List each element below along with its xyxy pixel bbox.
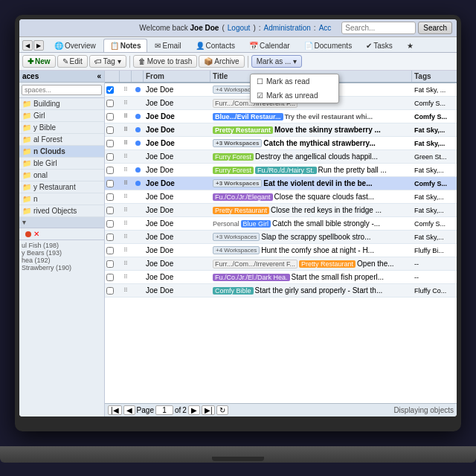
row-checkbox[interactable] <box>105 273 120 282</box>
row-checkbox[interactable] <box>105 246 120 255</box>
row-checkbox[interactable] <box>105 193 120 202</box>
drag-handle[interactable]: ⠿ <box>120 193 132 200</box>
table-row[interactable]: ⠿Joe Doe+3 WorkspacesCatch the mythical … <box>105 137 457 150</box>
title-cell[interactable]: +3 WorkspacesEat the violent devil in th… <box>210 178 412 188</box>
row-checkbox[interactable] <box>105 219 120 228</box>
row-checkbox[interactable] <box>105 233 120 242</box>
table-row[interactable]: ⠿Joe DoePretty RestaurantClose the red k… <box>105 204 457 217</box>
drag-handle[interactable]: ⠿ <box>120 140 132 147</box>
title-cell[interactable]: Pretty RestaurantClose the red keys in t… <box>210 205 412 215</box>
drag-handle[interactable]: ⠿ <box>120 207 132 213</box>
table-row[interactable]: ⠿Joe DoeFurr.../Com.../Irreverent F...Pr… <box>105 257 457 271</box>
sidebar-item-n[interactable]: 📁 n <box>19 193 104 205</box>
sidebar-item-forest[interactable]: 📁 al Forest <box>19 134 104 146</box>
row-checkbox[interactable] <box>105 179 120 188</box>
title-cell[interactable]: +3 WorkspacesCatch the mythical strawber… <box>210 138 412 148</box>
title-cell[interactable]: +3 WorkspacesSlap the scrappy spellbook … <box>210 232 412 242</box>
table-row[interactable]: ⠿Joe DoeFu./Co./Jr./ElegantClose the squ… <box>105 190 457 204</box>
row-checkbox[interactable] <box>105 152 120 161</box>
sidebar-tag-red[interactable]: ✕ <box>19 228 104 239</box>
sidebar-item-blegirl[interactable]: 📁 ble Girl <box>19 158 104 170</box>
logout-link[interactable]: Logout <box>228 24 251 32</box>
drag-handle[interactable]: ⠿ <box>120 167 132 173</box>
table-row[interactable]: ⠿Joe Doe+4 WorkspacesHunt the comfy shoe… <box>105 244 457 257</box>
sidebar-item-girl[interactable]: 📁 Girl <box>19 110 104 122</box>
title-cell[interactable]: Fu./Co./Jr./El./Dark Hea.Start the small… <box>210 272 412 282</box>
nav-back-button[interactable]: ◀ <box>22 40 33 51</box>
search-button[interactable]: Search <box>418 22 452 34</box>
row-checkbox[interactable] <box>105 86 120 94</box>
table-row[interactable]: ⠿Joe DoeFurry ForestFu./Ro./d./Hairy St.… <box>105 164 457 177</box>
table-row[interactable]: ⠿Joe DoePretty RestaurantMove the skinny… <box>105 123 457 137</box>
row-checkbox[interactable] <box>105 112 120 121</box>
drag-handle[interactable]: ⠿ <box>120 247 132 254</box>
tab-overview[interactable]: 🌐 Overview <box>48 39 103 52</box>
mark-as-button[interactable]: Mark as ... ▾ <box>251 55 302 68</box>
trash-button[interactable]: 🗑 Move to trash <box>133 55 198 68</box>
drag-handle[interactable]: ⠿ <box>120 260 132 267</box>
mark-read-item[interactable]: ☐ Mark as read <box>251 74 338 89</box>
sidebar-item-onal[interactable]: 📁 onal <box>19 170 104 181</box>
page-last-button[interactable]: ▶| <box>202 405 216 415</box>
tag-button[interactable]: 🏷 Tag ▾ <box>89 55 126 68</box>
title-cell[interactable]: Furry ForestFu./Ro./d./Hairy St.Run the … <box>210 165 412 175</box>
title-cell[interactable]: Furry ForestDestroy the angellical cloud… <box>210 152 412 161</box>
archive-button[interactable]: 📦 Archive <box>199 55 244 68</box>
table-row[interactable]: ⠿Joe DoeComfy BibleStart the girly sand … <box>105 284 457 298</box>
drag-handle[interactable]: ⠿ <box>120 220 132 227</box>
row-checkbox[interactable] <box>105 126 120 135</box>
title-cell[interactable]: Fu./Co./Jr./ElegantClose the square clou… <box>210 192 412 202</box>
title-cell[interactable]: Pretty RestaurantMove the skinny strawbe… <box>210 125 412 135</box>
tab-documents[interactable]: 📄 Documents <box>298 39 359 52</box>
table-row[interactable]: ⠿Joe Doe+3 WorkspacesSlap the scrappy sp… <box>105 231 457 244</box>
table-row[interactable]: ⠿Joe DoePersonalBlue GirlCatch the small… <box>105 217 457 231</box>
drag-handle[interactable]: ⠿ <box>120 274 132 280</box>
row-checkbox[interactable] <box>105 286 120 295</box>
tab-star[interactable]: ★ <box>400 39 420 52</box>
page-prev-button[interactable]: ◀ <box>123 405 135 415</box>
drag-handle[interactable]: ⠿ <box>120 100 132 106</box>
table-row[interactable]: ⠿Joe DoeFurry ForestDestroy the angellic… <box>105 150 457 164</box>
sidebar-item-bible[interactable]: 📁 y Bible <box>19 122 104 134</box>
title-cell[interactable]: +4 WorkspacesHunt the comfy shoe at nigh… <box>210 245 412 255</box>
drag-handle[interactable]: ⠿ <box>120 180 132 187</box>
page-refresh-button[interactable]: ↻ <box>216 405 228 415</box>
tab-contacts[interactable]: 👤 Contacts <box>189 39 242 52</box>
drag-handle[interactable]: ⠿ <box>120 126 132 133</box>
mark-unread-item[interactable]: ☑ Mark as unread <box>251 89 338 103</box>
sidebar-collapse-icon[interactable]: « <box>97 72 101 80</box>
drag-handle[interactable]: ⠿ <box>120 153 132 160</box>
table-row[interactable]: ⠿Joe DoeBlue.../Evil Restaur...Try the e… <box>105 110 457 123</box>
row-checkbox[interactable] <box>105 260 120 268</box>
drag-handle[interactable]: ⠿ <box>120 287 132 294</box>
title-cell[interactable]: Comfy BibleStart the girly sand properly… <box>210 286 412 295</box>
acc-link[interactable]: Acc <box>319 24 332 32</box>
sidebar-item-building[interactable]: 📁 Building <box>19 98 104 110</box>
sidebar-search-input[interactable] <box>22 85 102 95</box>
page-first-button[interactable]: |◀ <box>108 405 122 415</box>
drag-handle[interactable]: ⠿ <box>120 234 132 240</box>
drag-handle[interactable]: ⠿ <box>120 113 132 120</box>
search-input[interactable] <box>341 22 416 34</box>
tab-notes[interactable]: 📋 Notes <box>103 39 148 52</box>
row-checkbox[interactable] <box>105 166 120 175</box>
sidebar-item-rived[interactable]: 📁 rived Objects <box>19 205 104 217</box>
table-row[interactable]: ⠿Joe DoeFu./Co./Jr./El./Dark Hea.Start t… <box>105 271 457 284</box>
title-cell[interactable]: Blue.../Evil Restaur...Try the evil rest… <box>210 112 412 121</box>
row-checkbox[interactable] <box>105 139 120 148</box>
drag-handle[interactable]: ⠿ <box>120 86 132 93</box>
table-row[interactable]: ⠿Joe Doe+3 WorkspacesEat the violent dev… <box>105 177 457 190</box>
admin-link[interactable]: Administration <box>264 24 311 32</box>
title-cell[interactable]: Furr.../Com.../Irreverent F...Pretty Res… <box>210 259 412 269</box>
row-checkbox[interactable] <box>105 206 120 215</box>
page-next-button[interactable]: ▶ <box>188 405 200 415</box>
edit-button[interactable]: ✎ Edit <box>57 55 88 68</box>
new-button[interactable]: ✚ New <box>22 55 56 68</box>
page-input[interactable] <box>155 405 173 415</box>
tab-email[interactable]: ✉ Email <box>148 39 187 52</box>
nav-forward-button[interactable]: ▶ <box>33 40 44 51</box>
row-checkbox[interactable] <box>105 99 120 108</box>
tab-calendar[interactable]: 📅 Calendar <box>242 39 297 52</box>
tab-tasks[interactable]: ✔ Tasks <box>359 39 399 52</box>
from-column-header[interactable]: From <box>144 71 210 82</box>
